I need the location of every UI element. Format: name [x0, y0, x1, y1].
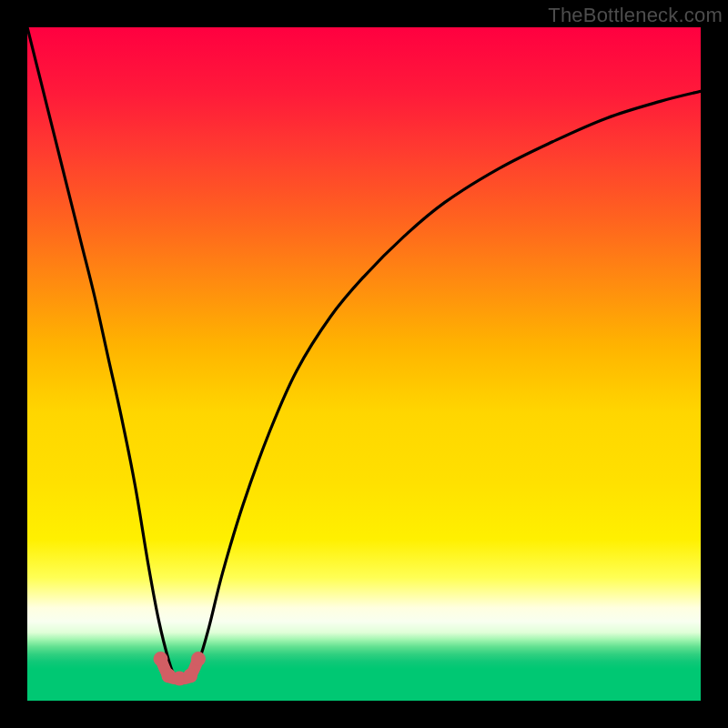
marker-dot — [191, 652, 206, 666]
marker-dot — [183, 669, 197, 683]
plot-area — [27, 27, 701, 701]
marker-dot — [154, 652, 168, 666]
chart-frame: TheBottleneck.com — [0, 0, 728, 728]
watermark-text: TheBottleneck.com — [548, 4, 723, 27]
optimal-marker — [27, 27, 701, 701]
